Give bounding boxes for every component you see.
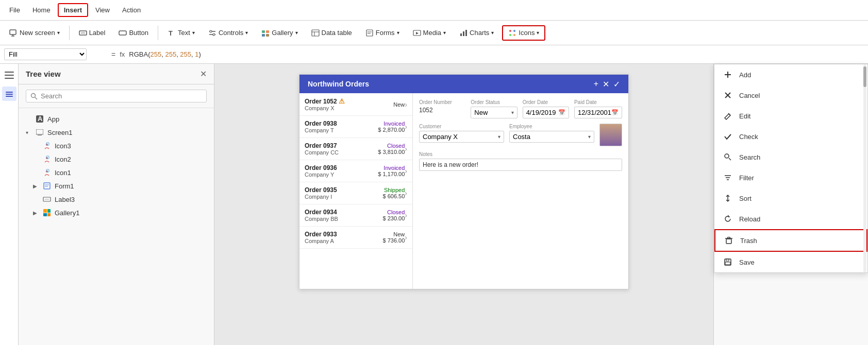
calendar2-icon: 📅 [611,109,619,116]
svg-line-59 [729,158,731,160]
dropdown-item-save[interactable]: Save [714,252,867,272]
field-paid-date: Paid Date 12/31/2001 📅 [574,99,622,118]
controls-button[interactable]: Controls ▾ [203,26,253,40]
media-button[interactable]: Media ▾ [408,26,451,40]
rgba-text: RGBA( [129,50,150,58]
cancel-icon [723,90,733,100]
gallery-button[interactable]: Gallery ▾ [256,26,303,40]
dropdown-label-save: Save [739,258,755,266]
icons-button[interactable]: Icons ▾ [502,25,545,41]
order-item-1052[interactable]: Order 1052 ⚠ Company X New › [299,93,412,116]
dropdown-item-edit[interactable]: Edit [714,106,867,126]
order-detail: Order Number 1052 Order Status New ▾ Ord… [413,93,628,289]
order-item-0934[interactable]: Order 0934 Company BB Closed $ 230.00 › [299,204,412,227]
newscreen-button[interactable]: New screen ▾ [4,26,65,40]
menu-bar: File Home Insert View Action [0,0,868,21]
app-preview: Northwind Orders + ✕ ✓ Order 1052 ⚠ Comp… [299,74,629,289]
dropdown-item-search[interactable]: Search [714,147,867,167]
field-order-date: Order Date 4/19/2019 📅 [523,99,569,118]
button-button[interactable]: Button [113,26,154,40]
customer-select[interactable]: Company X ▾ [419,131,504,143]
tree-item-gallery1[interactable]: ▶ Gallery1 [19,206,214,219]
svg-point-9 [210,30,212,32]
tree-item-app[interactable]: A App [19,112,214,126]
svg-rect-11 [262,30,265,33]
nav-hamburger[interactable] [2,68,16,82]
dropdown-item-filter[interactable]: Filter [714,167,867,188]
dropdown-item-sort[interactable]: Sort [714,188,867,209]
tree-label-icon3: Icon3 [55,142,71,150]
detail-row-1: Order Number 1052 Order Status New ▾ Ord… [419,99,622,118]
tree-item-icon3[interactable]: Icon3 [19,139,214,152]
dropdown-item-trash[interactable]: Trash [714,229,867,252]
field-customer: Customer Company X ▾ [419,124,504,143]
sep2 [158,26,158,40]
menu-file[interactable]: File [4,4,25,16]
fx-label: fx [120,50,125,58]
order-item-0938[interactable]: Order 0938 Company T Invoiced $ 2,870.00… [299,116,412,138]
menu-home[interactable]: Home [27,4,56,16]
formula-input[interactable]: RGBA(255, 255, 255, 1) [129,50,864,58]
svg-rect-32 [5,78,14,79]
search-input[interactable] [41,92,202,100]
svg-rect-40 [36,129,43,134]
svg-point-58 [725,154,729,158]
svg-rect-64 [726,239,731,244]
menu-insert[interactable]: Insert [58,3,88,17]
dropdown-label-search: Search [739,153,760,161]
fill-dropdown[interactable]: Fill [4,48,87,60]
charts-icon [459,29,468,37]
tree-item-icon1[interactable]: Icon1 [19,166,214,179]
charts-button[interactable]: Charts ▾ [454,26,499,40]
order-item-0936[interactable]: Order 0936 Company Y Invoiced $ 1,170.00… [299,160,412,182]
status-dropdown-arrow: ▾ [511,110,514,115]
dropdown-item-cancel[interactable]: Cancel [714,85,867,106]
svg-rect-24 [463,31,464,36]
dropdown-scrollbar[interactable] [863,64,866,272]
tree-item-icon2[interactable]: Icon2 [19,152,214,166]
field-order-number: Order Number 1052 [419,99,465,118]
svg-rect-33 [6,92,13,93]
notes-input[interactable]: Here is a new order! [419,159,622,171]
dropdown-item-add[interactable]: Add [714,64,867,85]
svg-text:A: A [38,115,43,123]
employee-photo [599,124,622,146]
dropdown-item-reload[interactable]: Reload [714,209,867,229]
order-date-input[interactable]: 4/19/2019 📅 [523,107,569,118]
svg-line-37 [35,97,37,99]
nav-layers[interactable] [2,87,16,101]
datatable-button[interactable]: Data table [306,26,357,40]
dropdown-label-sort: Sort [739,195,752,202]
svg-rect-30 [5,72,14,73]
svg-point-28 [509,34,511,36]
app-header: Northwind Orders + ✕ ✓ [299,75,628,93]
employee-select[interactable]: Costa ▾ [509,131,594,143]
add-icon [723,70,733,80]
tree-item-screen1[interactable]: ▾ Screen1 [19,126,214,139]
order-status-select[interactable]: New ▾ [471,107,517,118]
order-item-0935[interactable]: Order 0935 Company I Shipped $ 606.50 › [299,182,412,204]
order-item-0937[interactable]: Order 0937 Company CC Closed $ 3,810.00 … [299,138,412,160]
svg-point-26 [509,30,511,32]
menu-action[interactable]: Action [117,4,146,16]
add-header-icon[interactable]: + [594,79,598,89]
rgba-val2: 255 [165,50,176,58]
sidebar: Tree view ✕ A App ▾ [19,64,214,345]
label-button[interactable]: Label [74,26,111,40]
forms-button[interactable]: Forms ▾ [360,26,405,40]
edit-icon [723,111,733,121]
dropdown-label-check: Check [739,133,758,141]
check-header-icon[interactable]: ✓ [613,79,620,89]
menu-view[interactable]: View [90,4,115,16]
icons-icon [508,29,516,37]
dropdown-item-check[interactable]: Check [714,126,867,147]
dropdown-label-reload: Reload [739,215,760,223]
close-header-icon[interactable]: ✕ [603,79,609,89]
sidebar-close-button[interactable]: ✕ [200,69,207,79]
tree-item-form1[interactable]: ▶ Form1 [19,179,214,193]
svg-rect-0 [10,30,16,34]
tree-item-label3[interactable]: Label3 [19,193,214,206]
order-item-0933[interactable]: Order 0933 Company A New $ 736.00 › [299,227,412,249]
text-button[interactable]: T Text ▾ [162,26,200,40]
paid-date-input[interactable]: 12/31/2001 📅 [574,107,622,118]
